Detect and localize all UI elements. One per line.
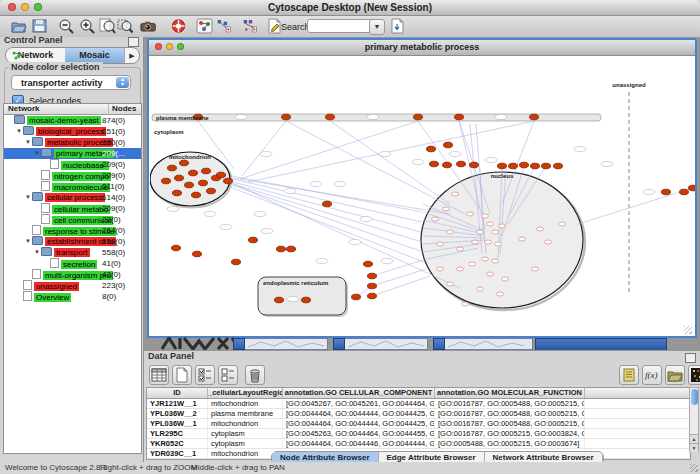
tree-row[interactable]: ▼transport558(0) [4, 247, 141, 258]
layout-2-icon[interactable] [242, 18, 262, 34]
data-panel: Data Panel f(x) ID_cellularLayoutRegiona… [144, 350, 700, 463]
hidden-window[interactable] [233, 338, 328, 350]
hidden-window[interactable] [333, 338, 428, 350]
attribute-table-header[interactable]: ID_cellularLayoutRegionannotation.GO CEL… [147, 388, 690, 399]
tab-overflow-arrow[interactable]: ▶ [124, 48, 139, 63]
tree-row[interactable]: ▼biological_process651(0) [4, 126, 141, 137]
tree-row-count: 41(0) [102, 258, 121, 269]
delete-attribute-icon[interactable] [245, 365, 265, 385]
table-cell [585, 399, 690, 408]
tree-header-nodes: Nodes [108, 104, 136, 113]
expand-arrow-icon[interactable]: ▼ [25, 192, 32, 203]
unselect-attributes-icon[interactable] [218, 365, 238, 385]
scroll-down-button[interactable]: ▼ [690, 443, 698, 452]
tree-row-count: 558(0) [102, 236, 125, 247]
tree-row[interactable]: secretion41(0) [4, 258, 141, 269]
file-icon [41, 203, 50, 213]
table-row[interactable]: YKR052Ccytoplasm[GO:0044464, GO:0044446,… [147, 439, 690, 449]
tree-row[interactable]: response to stimulu264(0) [4, 225, 141, 236]
tree-row-count: 264(0) [102, 225, 125, 236]
tab-mosaic[interactable]: Mosaic [65, 48, 124, 63]
zoom-in-icon[interactable] [79, 18, 96, 34]
tree-row[interactable]: nucleobase-209(0) [4, 159, 141, 170]
tree-row-count: 209(0) [102, 203, 125, 214]
search-index-icon[interactable] [389, 18, 406, 34]
column-header[interactable]: annotation.GO CELLULAR_COMPONENT [283, 388, 435, 398]
expand-arrow-icon[interactable]: ▼ [34, 148, 41, 159]
scrollbar-thumb[interactable] [691, 389, 698, 405]
expand-arrow-icon[interactable]: ▼ [25, 137, 32, 148]
expand-arrow-icon[interactable]: ▼ [34, 247, 41, 258]
tree-row[interactable]: cellular metabo209(0) [4, 203, 141, 214]
network-tab-icon [12, 51, 21, 60]
tree-row[interactable]: ▼cellular process614(0) [4, 192, 141, 203]
column-header[interactable]: annotation.GO MOLECULAR_FUNCTION [435, 388, 585, 398]
network-window-title: primary metabolic process [149, 42, 695, 52]
search-input[interactable] [307, 19, 373, 33]
network-overview-icon[interactable] [196, 18, 213, 34]
tree-row[interactable]: macromolecule311(0) [4, 181, 141, 192]
status-bar: Welcome to Cytoscape 2.8.1Right-click + … [0, 462, 700, 474]
open-icon[interactable] [10, 18, 27, 34]
tab-network[interactable]: Network [6, 48, 65, 63]
scroll-up-button[interactable]: ▲ [690, 434, 698, 443]
table-cell: [GO:0016787, GO:0005215, GO:0003824, G..… [435, 429, 585, 438]
tree-row[interactable]: ▼establishment of lo558(0) [4, 236, 141, 247]
save-icon[interactable] [31, 18, 48, 34]
search-dropdown-button[interactable]: ▼ [369, 19, 385, 35]
zoom-selected-icon[interactable] [117, 18, 134, 34]
notes-icon[interactable] [619, 365, 639, 385]
attribute-table-icon[interactable] [149, 365, 169, 385]
table-scrollbar[interactable]: ▲ ▼ [689, 387, 699, 452]
tree-row[interactable]: unassigned223(0) [4, 280, 141, 291]
tree-row-label: secretion [61, 260, 97, 269]
table-cell: [GO:0016787, GO:0005488, GO:0005215, G..… [435, 419, 585, 428]
file-icon [23, 280, 32, 290]
tree-row[interactable]: nitrogen compo209(0) [4, 170, 141, 181]
hidden-window[interactable] [433, 338, 533, 350]
tree-row[interactable]: ▼primary metabo209(... [4, 148, 141, 159]
network-canvas[interactable]: plasma membranecytoplasmmitochondrionnuc… [150, 56, 694, 336]
folder-icon [32, 236, 43, 245]
table-row[interactable]: YJR121W__1mitochondrion[GO:0045267, GO:0… [147, 399, 690, 409]
function-builder-icon[interactable]: f(x) [642, 365, 662, 385]
svg-text:cytoplasm: cytoplasm [154, 129, 184, 135]
tab-mosaic-label: Mosaic [79, 50, 110, 60]
help-icon[interactable] [170, 18, 187, 34]
window-resize-grip[interactable] [690, 464, 698, 472]
table-row[interactable]: YLR295Ccytoplasm[GO:0045263, GO:0044464,… [147, 429, 690, 439]
status-text: Middle-click + drag to PAN [191, 463, 285, 472]
select-attributes-icon[interactable] [195, 365, 215, 385]
layout-1-icon[interactable] [216, 18, 236, 34]
tab-network-label: Network [18, 50, 54, 60]
zoom-out-icon[interactable] [58, 18, 75, 34]
node-color-dropdown[interactable]: transporter activity ▲▼ [11, 75, 131, 90]
hidden-window-icon [233, 338, 245, 350]
attribute-matrix-icon[interactable] [688, 365, 700, 385]
table-row[interactable]: YPL036W__2plasma membrane[GO:0044464, GO… [147, 409, 690, 419]
expand-arrow-icon[interactable]: ▼ [25, 236, 32, 247]
data-panel-float-icon[interactable] [685, 353, 696, 363]
tree-row[interactable]: multi-organism pro42(0) [4, 269, 141, 280]
network-window-titlebar[interactable]: primary metabolic process [149, 40, 695, 56]
tree-row[interactable]: Overview8(0) [4, 291, 141, 302]
column-header[interactable]: _cellularLayoutRegion [208, 388, 283, 398]
network-graph[interactable]: plasma membranecytoplasmmitochondrionnuc… [150, 64, 695, 336]
expand-arrow-icon[interactable]: ▼ [16, 126, 23, 137]
snapshot-icon[interactable] [140, 18, 160, 34]
network-resize-grip[interactable] [684, 326, 692, 334]
tree-row[interactable]: mosaic-demo-yeast874(0) [4, 115, 141, 126]
table-row[interactable]: YPL036W__1mitochondrion[GO:0044464, GO:0… [147, 419, 690, 429]
column-header[interactable] [585, 388, 690, 398]
column-header[interactable]: ID [147, 388, 208, 398]
tree-row[interactable]: ▼metabolic process280(0) [4, 137, 141, 148]
zoom-fit-icon[interactable] [99, 18, 116, 34]
table-cell [585, 429, 690, 438]
import-attributes-icon[interactable] [665, 365, 685, 385]
new-attribute-icon[interactable] [172, 365, 192, 385]
network-view-window[interactable]: primary metabolic process plasma membran… [147, 38, 697, 338]
float-panel-icon[interactable] [128, 37, 139, 47]
attribute-table: ID_cellularLayoutRegionannotation.GO CEL… [146, 387, 691, 460]
tree-row-label: transport [54, 248, 90, 257]
tree-row[interactable]: cell communicat22(0) [4, 214, 141, 225]
